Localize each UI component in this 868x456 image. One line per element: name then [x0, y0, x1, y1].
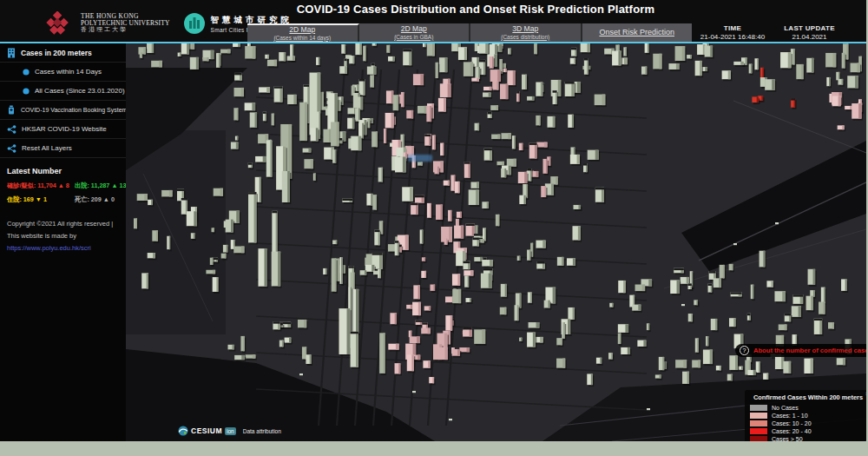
- cesium-attribution[interactable]: CESIUM ion Data attribution: [178, 426, 281, 436]
- time-label: TIME: [688, 24, 777, 33]
- map-3d-view[interactable]: ? About the number of confirmed cases × …: [126, 43, 866, 441]
- sidebar-item-reset-layers[interactable]: Reset All Layers: [0, 139, 126, 158]
- stat-discharged: 出院: 11,287 ▲ 13: [75, 182, 126, 190]
- tab-3d-map-distribution[interactable]: 3D Map (Cases distribution): [470, 23, 582, 42]
- sidebar-item-label: COVID-19 Vaccination Booking System: [21, 107, 126, 113]
- legend-swatch: [750, 405, 767, 411]
- tab-label: 2D Map: [359, 25, 470, 34]
- tab-sublabel: (Cases within 14 days): [247, 35, 358, 41]
- copyright-block: Copyright ©2021 All rights reserved | Th…: [0, 204, 126, 254]
- stat-deaths: 死亡: 209 ▲ 0: [75, 195, 126, 204]
- scri-logo-icon: [183, 12, 206, 35]
- vaccine-icon: [7, 105, 16, 115]
- sidebar-item-cases-14days[interactable]: Cases within 14 Days: [0, 63, 126, 82]
- tab-label: Onset Risk Prediction: [582, 28, 693, 36]
- legend-label: Cases > 50: [772, 436, 803, 441]
- legend-row: Cases > 50: [750, 436, 866, 441]
- city-3d-render: [126, 43, 866, 441]
- share-icon: [7, 125, 16, 134]
- data-attribution-link[interactable]: Data attribution: [243, 428, 281, 434]
- tab-sublabel: (Cases distribution): [470, 34, 581, 40]
- sidebar-item-all-cases[interactable]: All Cases (Since 23.01.2020): [0, 82, 126, 101]
- app-window: COVID-19 Cases Distribution and Onset Ri…: [0, 0, 866, 441]
- map-place-label: [408, 155, 432, 162]
- sidebar-item-vaccination-booking[interactable]: COVID-19 Vaccination Booking System: [0, 101, 126, 120]
- time-display: TIME 21-04-2021 16:48:40: [688, 24, 777, 43]
- polyu-name: THE HONG KONG POLYTECHNIC UNIVERSITY 香港理…: [81, 13, 170, 34]
- dot-icon: [23, 88, 30, 95]
- page-title: COVID-19 Cases Distribution and Onset Ri…: [297, 3, 655, 16]
- legend-panel: × Confirmed Cases Within 200 meters No C…: [745, 390, 866, 441]
- legend-close-icon[interactable]: ×: [865, 391, 866, 397]
- cesium-globe-icon: [178, 426, 188, 436]
- about-confirmed-cases-note[interactable]: ? About the number of confirmed cases: [735, 344, 866, 357]
- header-bar: COVID-19 Cases Distribution and Onset Ri…: [0, 0, 866, 43]
- cesium-brand-text: CESIUM: [191, 426, 222, 435]
- latest-number-title: Latest Number: [7, 167, 119, 175]
- sidebar: Cases in 200 meters Cases within 14 Days…: [0, 43, 126, 441]
- sidebar-item-label: HKSAR COVID-19 Website: [22, 125, 107, 133]
- legend-swatch: [750, 413, 767, 419]
- legend-label: No Cases: [772, 405, 799, 411]
- last-update-display: LAST UPDATE 21.04.2021: [768, 24, 851, 43]
- about-note-text: About the number of confirmed cases: [753, 347, 866, 354]
- covid-platform-page: COVID-19 Cases Distribution and Onset Ri…: [0, 0, 868, 456]
- cesium-ion-badge: ion: [225, 427, 236, 435]
- tab-label: 3D Map: [470, 25, 581, 34]
- legend-row: Cases: 10 - 20: [750, 420, 866, 426]
- legend-row: No Cases: [750, 405, 866, 411]
- latest-number-stats: 確診/疑似: 11,704 ▲ 8 出院: 11,287 ▲ 13 住院: 16…: [7, 182, 119, 204]
- tab-2d-map-14days[interactable]: 2D Map (Cases within 14 days): [247, 23, 359, 42]
- polyu-name-cn: 香港理工大學: [81, 27, 170, 34]
- sidebar-item-label: Reset All Layers: [22, 144, 72, 152]
- sidebar-item-label: All Cases (Since 23.01.2020): [35, 87, 125, 95]
- stat-hospitalized: 住院: 169 ▼ 1: [7, 195, 73, 204]
- legend-resize-icon[interactable]: ⤢: [863, 439, 866, 441]
- legend-swatch: [750, 420, 767, 426]
- sidebar-item-label: Cases within 14 Days: [35, 68, 102, 76]
- tab-onset-risk-prediction[interactable]: Onset Risk Prediction: [582, 23, 693, 42]
- legend-swatch: [750, 428, 767, 434]
- stat-confirmed: 確診/疑似: 11,704 ▲ 8: [7, 182, 73, 190]
- question-icon: ?: [740, 346, 749, 355]
- sidebar-item-label: Cases in 200 meters: [21, 49, 92, 57]
- polyu-logo-icon: [43, 11, 73, 36]
- dot-icon: [23, 69, 30, 76]
- sidebar-item-cases-200m[interactable]: Cases in 200 meters: [0, 43, 126, 63]
- tab-sublabel: (Cases in GBA): [359, 34, 470, 40]
- scri-link[interactable]: https://www.polyu.edu.hk/scri: [7, 244, 91, 252]
- legend-row: Cases: 1 - 10: [750, 413, 866, 419]
- legend-row: Cases: 20 - 40: [750, 428, 866, 434]
- view-tabs: 2D Map (Cases within 14 days) 2D Map (Ca…: [247, 23, 692, 42]
- copyright-text: Copyright ©2021 All rights reserved | Th…: [7, 220, 113, 240]
- legend-label: Cases: 10 - 20: [772, 420, 812, 426]
- legend-label: Cases: 20 - 40: [772, 428, 812, 434]
- tab-label: 2D Map: [247, 26, 358, 35]
- legend-swatch: [750, 436, 767, 441]
- last-update-label: LAST UPDATE: [768, 24, 851, 33]
- building-icon: [7, 48, 16, 58]
- legend-title: Confirmed Cases Within 200 meters: [750, 393, 866, 401]
- reset-layers-icon: [7, 144, 16, 153]
- legend-label: Cases: 1 - 10: [772, 413, 808, 419]
- tab-2d-map-gba[interactable]: 2D Map (Cases in GBA): [359, 23, 471, 42]
- sidebar-item-hksar-website[interactable]: HKSAR COVID-19 Website: [0, 120, 126, 139]
